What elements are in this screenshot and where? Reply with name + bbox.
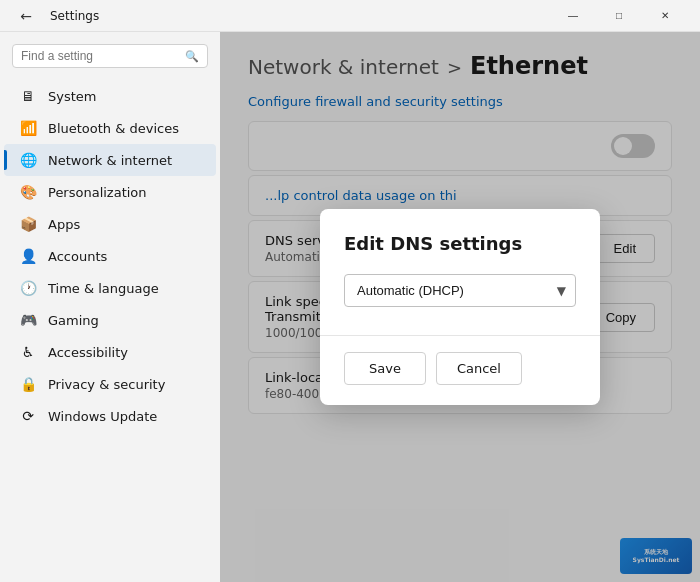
sidebar-item-label: Bluetooth & devices (48, 121, 179, 136)
title-bar-left: ← Settings (12, 2, 99, 30)
search-input[interactable] (21, 49, 179, 63)
edit-dns-dialog: Edit DNS settings Automatic (DHCP) Manua… (320, 209, 600, 405)
network-icon: 🌐 (20, 152, 36, 168)
app-title: Settings (50, 9, 99, 23)
sidebar-item-label: Accounts (48, 249, 107, 264)
sidebar-item-time[interactable]: 🕐 Time & language (4, 272, 216, 304)
sidebar-item-label: Gaming (48, 313, 99, 328)
sidebar-item-accessibility[interactable]: ♿ Accessibility (4, 336, 216, 368)
update-icon: ⟳ (20, 408, 36, 424)
window-controls: — □ ✕ (550, 0, 688, 32)
sidebar-item-network[interactable]: 🌐 Network & internet (4, 144, 216, 176)
sidebar-item-label: Apps (48, 217, 80, 232)
dialog-divider (320, 335, 600, 336)
sidebar-item-label: Accessibility (48, 345, 128, 360)
sidebar-item-label: Personalization (48, 185, 147, 200)
sidebar-item-system[interactable]: 🖥 System (4, 80, 216, 112)
content-area: Network & internet > Ethernet Configure … (220, 32, 700, 582)
minimize-button[interactable]: — (550, 0, 596, 32)
privacy-icon: 🔒 (20, 376, 36, 392)
dns-type-dropdown-wrapper: Automatic (DHCP) Manual ▼ (344, 274, 576, 307)
sidebar-item-bluetooth[interactable]: 📶 Bluetooth & devices (4, 112, 216, 144)
system-icon: 🖥 (20, 88, 36, 104)
title-bar: ← Settings — □ ✕ (0, 0, 700, 32)
sidebar-item-label: System (48, 89, 96, 104)
sidebar: 🔍 🖥 System 📶 Bluetooth & devices 🌐 Netwo… (0, 32, 220, 582)
sidebar-item-apps[interactable]: 📦 Apps (4, 208, 216, 240)
accounts-icon: 👤 (20, 248, 36, 264)
cancel-button[interactable]: Cancel (436, 352, 522, 385)
search-box[interactable]: 🔍 (12, 44, 208, 68)
sidebar-item-accounts[interactable]: 👤 Accounts (4, 240, 216, 272)
back-button[interactable]: ← (12, 2, 40, 30)
sidebar-item-label: Privacy & security (48, 377, 165, 392)
dialog-title: Edit DNS settings (344, 233, 576, 254)
apps-icon: 📦 (20, 216, 36, 232)
accessibility-icon: ♿ (20, 344, 36, 360)
app-body: 🔍 🖥 System 📶 Bluetooth & devices 🌐 Netwo… (0, 32, 700, 582)
dialog-overlay: Edit DNS settings Automatic (DHCP) Manua… (220, 32, 700, 582)
sidebar-item-update[interactable]: ⟳ Windows Update (4, 400, 216, 432)
sidebar-item-label: Windows Update (48, 409, 157, 424)
sidebar-item-gaming[interactable]: 🎮 Gaming (4, 304, 216, 336)
search-icon: 🔍 (185, 50, 199, 63)
gaming-icon: 🎮 (20, 312, 36, 328)
bluetooth-icon: 📶 (20, 120, 36, 136)
sidebar-item-privacy[interactable]: 🔒 Privacy & security (4, 368, 216, 400)
time-icon: 🕐 (20, 280, 36, 296)
personalization-icon: 🎨 (20, 184, 36, 200)
dns-type-dropdown[interactable]: Automatic (DHCP) Manual (344, 274, 576, 307)
sidebar-item-personalization[interactable]: 🎨 Personalization (4, 176, 216, 208)
close-button[interactable]: ✕ (642, 0, 688, 32)
sidebar-item-label: Network & internet (48, 153, 172, 168)
dialog-actions: Save Cancel (344, 352, 576, 385)
maximize-button[interactable]: □ (596, 0, 642, 32)
save-button[interactable]: Save (344, 352, 426, 385)
sidebar-item-label: Time & language (48, 281, 159, 296)
